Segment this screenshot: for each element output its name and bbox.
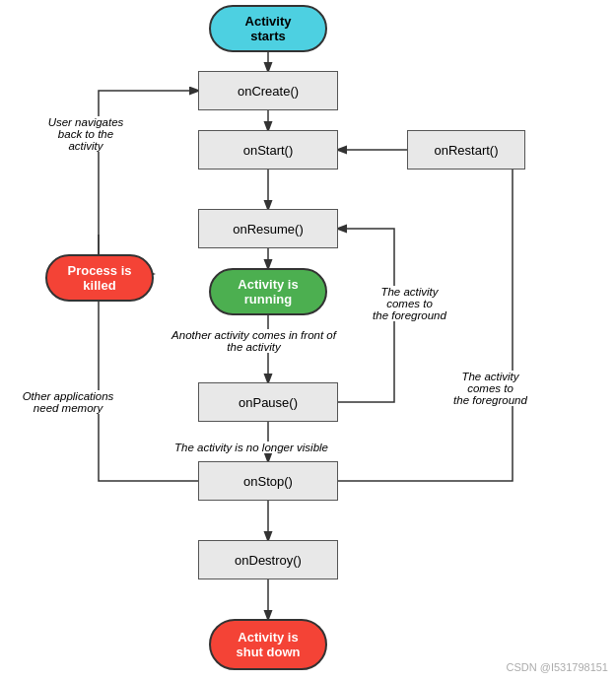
activity-starts-node: Activity starts xyxy=(209,5,327,52)
activity-foreground1-label: The activity comes to the foreground xyxy=(353,286,466,321)
user-navigates-label: User navigates back to the activity xyxy=(22,116,150,152)
other-apps-label: Other applications need memory xyxy=(14,390,122,414)
activity-lifecycle-diagram: Activity starts onCreate() onStart() onR… xyxy=(0,0,616,681)
activity-shutdown-node: Activity is shut down xyxy=(209,619,327,670)
on-resume-box: onResume() xyxy=(198,209,338,248)
process-killed-node: Process is killed xyxy=(45,254,154,302)
activity-foreground2-label: The activity comes to the foreground xyxy=(434,371,547,406)
activity-running-node: Activity is running xyxy=(209,268,327,315)
on-restart-box: onRestart() xyxy=(407,130,525,170)
watermark: CSDN @I531798151 xyxy=(506,661,608,673)
another-activity-label: Another activity comes in front of the a… xyxy=(168,329,340,353)
on-start-box: onStart() xyxy=(198,130,338,170)
on-stop-box: onStop() xyxy=(198,461,338,501)
no-longer-visible-label: The activity is no longer visible xyxy=(153,442,350,453)
on-pause-box: onPause() xyxy=(198,382,338,422)
on-create-box: onCreate() xyxy=(198,71,338,110)
on-destroy-box: onDestroy() xyxy=(198,540,338,579)
